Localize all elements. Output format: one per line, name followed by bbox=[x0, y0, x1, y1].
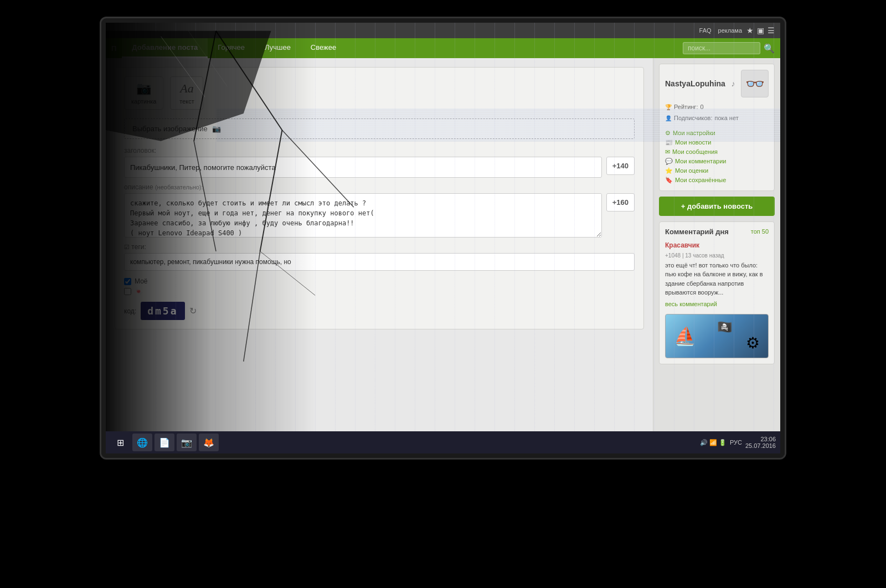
settings-link[interactable]: ⚙ Мои настройки bbox=[665, 128, 769, 138]
menu-icon[interactable]: ☰ bbox=[767, 26, 775, 35]
site-logo[interactable]: П bbox=[106, 38, 122, 58]
logo-text: П bbox=[111, 44, 116, 53]
taskbar-clock: 23:06 25.07.2016 bbox=[745, 436, 776, 449]
extra-checkbox[interactable] bbox=[124, 288, 131, 295]
tags-field: ☑ теги: bbox=[124, 243, 635, 271]
taskbar-word[interactable]: 📄 bbox=[154, 434, 174, 451]
comment-section: Комментарий дня топ 50 Красавчик +1048 |… bbox=[659, 221, 775, 365]
search-icon[interactable]: 🔍 bbox=[764, 43, 775, 54]
rating-stat: 🏆 Рейтинг: 0 bbox=[665, 102, 769, 113]
checkbox-tags-icon: ☑ bbox=[124, 244, 130, 250]
comment-user[interactable]: Красавчик bbox=[665, 240, 769, 250]
music-note-icon: ♪ bbox=[731, 79, 735, 88]
image-picker[interactable]: Выбрать изображение 📷 bbox=[124, 118, 635, 139]
comment-item: Красавчик +1048 | 13 часов назад это ещё… bbox=[665, 240, 769, 309]
comment-text: это ещё чт! вот только что было: пью коф… bbox=[665, 261, 769, 297]
captcha-section: код: dm5a ↻ bbox=[124, 302, 635, 320]
main-nav: П Добавление поста Горячее Лучшее Свежее… bbox=[106, 38, 780, 58]
comment-day-title: Комментарий дня bbox=[665, 228, 729, 236]
comments-link[interactable]: 💬 Мои комментарии bbox=[665, 157, 769, 166]
monitor-frame: FAQ реклама ★ ▣ ☰ П Добавление поста Гор… bbox=[100, 17, 786, 460]
search-area: 🔍 bbox=[677, 38, 780, 58]
image-type-btn[interactable]: 📷 картинка bbox=[124, 76, 163, 110]
window-icon[interactable]: ▣ bbox=[757, 26, 764, 35]
title-field: +140 bbox=[124, 157, 635, 178]
camera-small-icon: 📷 bbox=[212, 125, 221, 133]
tab-best[interactable]: Лучшее bbox=[255, 38, 301, 58]
taskbar-chrome[interactable]: 🌐 bbox=[132, 434, 152, 451]
desc-label: описание (необязательно): bbox=[124, 183, 635, 191]
taskbar-icons: 🔊 📶 🔋 bbox=[700, 439, 727, 446]
star-icon[interactable]: ★ bbox=[746, 26, 754, 35]
tags-label: ☑ теги: bbox=[124, 243, 635, 251]
captcha-refresh-icon[interactable]: ↻ bbox=[189, 306, 197, 316]
promo-image: ⛵ ⚙ 🏴‍☠️ bbox=[665, 314, 769, 358]
extra-icon: 🍬 bbox=[135, 287, 143, 295]
checkbox-row: Моё 🍬 bbox=[124, 277, 635, 295]
user-links: ⚙ Мои настройки 📰 Мои новости ✉ Мои сооб… bbox=[665, 128, 769, 185]
taskbar: ⊞ 🌐 📄 📷 🦊 🔊 📶 🔋 РУС 23:06 25.07.2016 bbox=[106, 431, 780, 453]
taskbar-photo[interactable]: 📷 bbox=[177, 434, 197, 451]
faq-link[interactable]: FAQ bbox=[699, 27, 712, 34]
desc-textarea[interactable]: скажите, сколько будет стоить и имеет ли… bbox=[124, 193, 602, 238]
text-icon: Aa bbox=[180, 81, 193, 96]
nav-tabs: Добавление поста Горячее Лучшее Свежее bbox=[122, 38, 346, 58]
title-label: заголовок: bbox=[124, 147, 635, 154]
browser-chrome: FAQ реклама ★ ▣ ☰ bbox=[106, 23, 780, 38]
comments-icon: 💬 bbox=[665, 158, 673, 165]
subscribers-stat: 👤 Подписчиков: пока нет bbox=[665, 113, 769, 124]
news-link[interactable]: 📰 Мои новости bbox=[665, 138, 769, 147]
user-avatar: 👓 bbox=[741, 70, 769, 97]
desc-field: скажите, сколько будет стоить и имеет ли… bbox=[124, 193, 635, 238]
saved-link[interactable]: 🔖 Мои сохранённые bbox=[665, 176, 769, 185]
comment-meta: +1048 | 13 часов назад bbox=[665, 251, 769, 260]
moe-checkbox-item: Моё bbox=[124, 277, 635, 285]
ratings-link[interactable]: ⭐ Мои оценки bbox=[665, 166, 769, 176]
sidebar: NastyaLopuhina ♪ 👓 🏆 Рейтинг: 0 bbox=[653, 58, 780, 453]
browser-icons: ★ ▣ ☰ bbox=[746, 26, 775, 35]
browser-nav-links: FAQ реклама bbox=[699, 27, 742, 34]
tab-add-post[interactable]: Добавление поста bbox=[122, 38, 208, 58]
tags-input[interactable] bbox=[124, 253, 635, 271]
captcha-image: dm5a bbox=[141, 302, 184, 320]
search-input[interactable] bbox=[683, 42, 760, 54]
top50-link[interactable]: топ 50 bbox=[751, 228, 769, 235]
text-type-btn[interactable]: Aa текст bbox=[170, 76, 203, 110]
add-news-button[interactable]: + добавить новость bbox=[659, 197, 775, 216]
ad-link[interactable]: реклама bbox=[718, 27, 742, 34]
content-area: 📷 картинка Aa текст Выбрать изображение … bbox=[106, 58, 780, 453]
taskbar-firefox[interactable]: 🦊 bbox=[199, 434, 219, 451]
post-editor: 📷 картинка Aa текст Выбрать изображение … bbox=[115, 67, 644, 329]
ship-icon: ⛵ bbox=[674, 326, 696, 347]
extra-checkbox-item: 🍬 bbox=[124, 287, 635, 295]
content-type-bar: 📷 картинка Aa текст bbox=[124, 76, 635, 110]
pirate-icon: 🏴‍☠️ bbox=[717, 320, 732, 334]
taskbar-right: 🔊 📶 🔋 РУС 23:06 25.07.2016 bbox=[700, 436, 776, 449]
taskbar-lang: РУС bbox=[730, 439, 742, 446]
comment-header: Комментарий дня топ 50 bbox=[665, 228, 769, 236]
saved-icon: 🔖 bbox=[665, 177, 673, 184]
title-rating: +140 bbox=[606, 157, 635, 175]
settings-icon: ⚙ bbox=[665, 130, 671, 137]
moe-checkbox[interactable] bbox=[124, 278, 131, 285]
wheel-icon: ⚙ bbox=[746, 334, 760, 352]
screen: FAQ реклама ★ ▣ ☰ П Добавление поста Гор… bbox=[106, 23, 780, 453]
person-icon: 👤 bbox=[665, 114, 672, 123]
messages-link[interactable]: ✉ Мои сообщения bbox=[665, 147, 769, 157]
user-stats: 🏆 Рейтинг: 0 👤 Подписчиков: пока нет bbox=[665, 102, 769, 124]
user-header: NastyaLopuhina ♪ 👓 bbox=[665, 70, 769, 97]
ratings-icon: ⭐ bbox=[665, 167, 673, 174]
avatar-icon: 👓 bbox=[745, 75, 765, 93]
title-input[interactable] bbox=[124, 157, 602, 178]
username: NastyaLopuhina bbox=[665, 79, 725, 88]
rating-icon: 🏆 bbox=[665, 102, 672, 112]
news-icon: 📰 bbox=[665, 139, 673, 146]
user-section: NastyaLopuhina ♪ 👓 🏆 Рейтинг: 0 bbox=[659, 64, 775, 191]
main-content: 📷 картинка Aa текст Выбрать изображение … bbox=[106, 58, 653, 453]
start-button[interactable]: ⊞ bbox=[110, 434, 130, 451]
camera-icon: 📷 bbox=[136, 81, 151, 96]
tab-hot[interactable]: Горячее bbox=[208, 38, 255, 58]
comment-more-link[interactable]: весь комментарий bbox=[665, 301, 717, 307]
tab-fresh[interactable]: Свежее bbox=[301, 38, 346, 58]
messages-icon: ✉ bbox=[665, 148, 670, 156]
